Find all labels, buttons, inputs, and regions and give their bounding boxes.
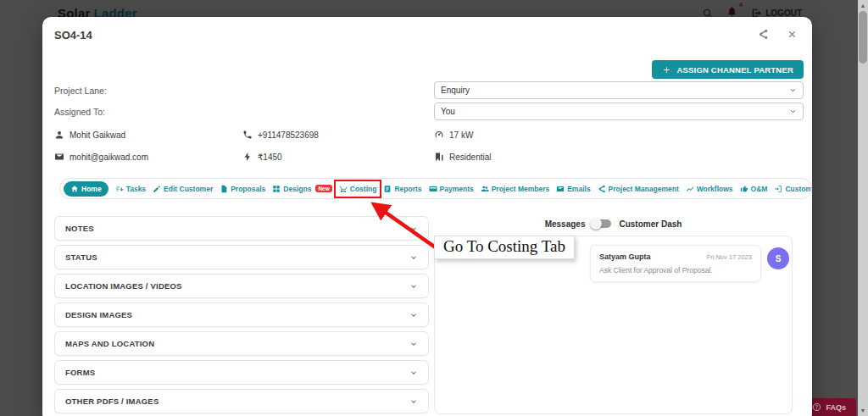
chevron-down-icon — [789, 108, 797, 115]
cart-icon — [339, 185, 348, 193]
building-icon — [434, 152, 444, 162]
message-author: Satyam Gupta — [599, 252, 651, 261]
assign-channel-partner-button[interactable]: ASSIGN CHANNEL PARTNER — [652, 60, 804, 79]
tab-project-members[interactable]: Project Members — [481, 185, 550, 193]
accordion-label: STATUS — [65, 252, 97, 262]
plus-icon — [662, 65, 671, 75]
modal-actions — [758, 29, 798, 40]
project-lane-value: Enquiry — [441, 86, 470, 95]
chevron-down-icon — [409, 282, 418, 291]
tab-tasks[interactable]: Tasks — [115, 185, 146, 193]
accordion-status[interactable]: STATUS — [54, 245, 429, 269]
tab-emails[interactable]: Emails — [556, 185, 590, 193]
tab-label: Costing — [350, 185, 377, 193]
accordion-label: MAPS AND LOCATION — [65, 339, 154, 348]
tab-label: Designs — [283, 185, 311, 193]
bolt-icon — [242, 152, 253, 162]
user-icon — [54, 130, 64, 140]
tab-om[interactable]: O&M — [740, 185, 768, 193]
tab-label: Project Members — [492, 185, 550, 193]
project-detail-modal: SO4-14 ASSIGN CHANNEL PARTNER Project La… — [42, 17, 812, 416]
accordion-location-images[interactable]: LOCATION IMAGES / VIDEOS — [54, 274, 429, 298]
exit-icon — [774, 185, 782, 193]
tab-home[interactable]: Home — [64, 181, 108, 197]
message-card: Satyam Gupta Fri Nov 17 2023 Ask Client … — [590, 245, 761, 282]
accordion-label: NOTES — [65, 224, 94, 233]
messages-panel: Satyam Gupta Fri Nov 17 2023 Ask Client … — [434, 236, 793, 414]
accordion-design-images[interactable]: DESIGN IMAGES — [54, 302, 429, 327]
tab-workflows[interactable]: Workflows — [686, 185, 733, 193]
thumb-up-icon — [740, 185, 748, 193]
nodes-icon — [598, 185, 606, 193]
faqs-label: FAQs — [826, 403, 846, 412]
message-text: Ask Client for Approval of Proposal. — [599, 266, 752, 275]
chevron-down-icon — [409, 311, 418, 319]
project-lane-select[interactable]: Enquiry — [434, 81, 804, 99]
tab-label: O&M — [751, 185, 768, 193]
customer-tariff: ₹1450 — [242, 152, 282, 162]
scrollbar-thumb[interactable] — [859, 11, 867, 64]
help-icon — [812, 402, 821, 412]
assigned-to-label: Assigned To: — [54, 107, 105, 117]
report-icon — [383, 185, 392, 193]
accordion-forms[interactable]: FORMS — [54, 360, 429, 385]
file-icon — [220, 185, 228, 193]
phone-icon — [242, 130, 253, 140]
chevron-down-icon — [789, 86, 797, 94]
tab-label: Customer Dash — [785, 185, 812, 193]
share-icon[interactable] — [758, 29, 769, 40]
customer-dash-toggle-label[interactable]: Customer Dash — [619, 219, 682, 229]
system-capacity: 17 kW — [434, 130, 473, 140]
accordion-label: LOCATION IMAGES / VIDEOS — [65, 281, 182, 291]
avatar: S — [767, 247, 789, 269]
tab-designs[interactable]: Designs New — [272, 185, 331, 193]
accordion-label: FORMS — [65, 368, 95, 377]
message-date: Fri Nov 17 2023 — [707, 253, 752, 261]
project-title: SO4-14 — [54, 29, 92, 42]
accordion-label: DESIGN IMAGES — [65, 310, 132, 319]
scroll-up-arrow[interactable]: ▲ — [860, 0, 866, 11]
tab-label: Project Management — [609, 185, 679, 193]
chevron-down-icon — [409, 225, 418, 233]
envelope-icon — [556, 185, 565, 193]
trend-icon — [686, 185, 694, 193]
tab-label: Payments — [440, 185, 474, 193]
customer-name: Mohit Gaikwad — [54, 130, 125, 140]
tab-project-management[interactable]: Project Management — [598, 185, 679, 193]
tab-payments[interactable]: Payments — [429, 185, 474, 193]
accordion-list: NOTES STATUS LOCATION IMAGES / VIDEOS DE… — [54, 216, 429, 416]
tab-label: Tasks — [126, 185, 146, 193]
tab-label: Emails — [567, 185, 590, 193]
tab-label: Home — [81, 185, 102, 193]
home-icon — [70, 185, 79, 193]
mail-icon — [54, 152, 64, 162]
accordion-label: OTHER PDFS / IMAGES — [65, 397, 159, 406]
accordion-other-pdfs[interactable]: OTHER PDFS / IMAGES — [54, 389, 429, 413]
chevron-down-icon — [409, 369, 418, 377]
tab-edit-customer[interactable]: Edit Customer — [153, 185, 213, 193]
customer-email: mohit@gaikwad.com — [54, 152, 148, 162]
chevron-down-icon — [409, 397, 418, 406]
assigned-to-select[interactable]: You — [434, 103, 804, 120]
tab-reports[interactable]: Reports — [383, 185, 421, 193]
tab-customer-dash[interactable]: Customer Dash — [774, 185, 812, 193]
tab-costing[interactable]: Costing — [339, 185, 377, 193]
close-icon[interactable] — [787, 29, 798, 40]
messages-toggle-label[interactable]: Messages — [545, 219, 586, 229]
page-scrollbar[interactable]: ▲ ▼ — [858, 0, 868, 416]
new-badge: New — [315, 185, 331, 192]
accordion-maps-location[interactable]: MAPS AND LOCATION — [54, 331, 429, 356]
gauge-icon — [434, 130, 444, 140]
pencil-icon — [153, 185, 161, 193]
chevron-down-icon — [409, 340, 418, 348]
accordion-notes[interactable]: NOTES — [54, 216, 429, 241]
customer-phone: +911478523698 — [242, 130, 319, 140]
assign-button-label: ASSIGN CHANNEL PARTNER — [676, 65, 793, 75]
tab-proposals[interactable]: Proposals — [220, 185, 265, 193]
panel-toggle-row: Messages Customer Dash — [434, 217, 793, 230]
tab-label: Reports — [394, 185, 421, 193]
card-icon — [429, 185, 437, 193]
project-tab-bar: Home Tasks Edit Customer Proposals Desig… — [59, 178, 812, 199]
scroll-down-arrow[interactable]: ▼ — [860, 405, 866, 416]
messages-customerdash-toggle[interactable] — [593, 219, 611, 228]
